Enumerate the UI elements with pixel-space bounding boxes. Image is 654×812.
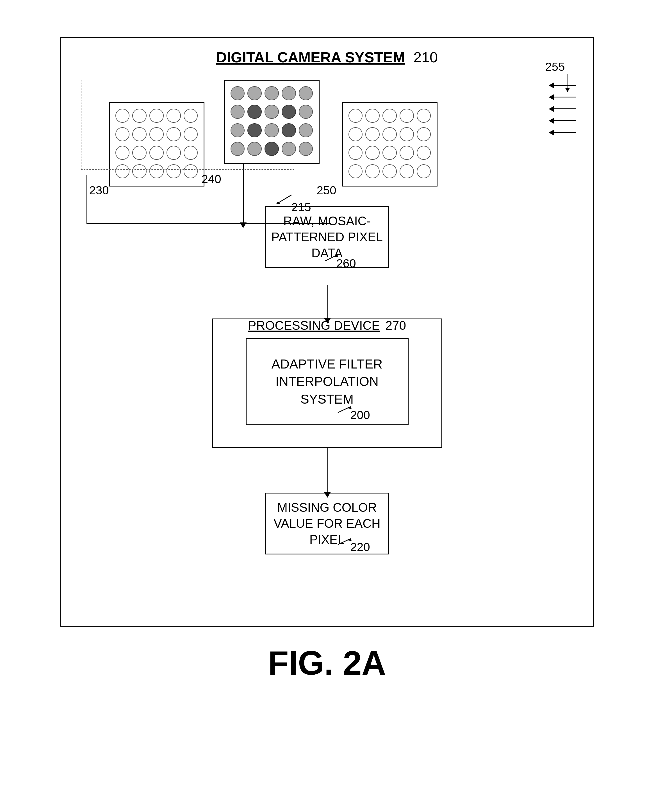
page: DIGITAL CAMERA SYSTEM 210 255 <box>18 20 636 792</box>
pixel-circle <box>382 146 397 160</box>
pixel-circle <box>348 127 363 142</box>
pixel-circle <box>183 146 198 160</box>
arrow-line-5 <box>554 132 576 133</box>
arrow-260 <box>324 254 338 262</box>
pixel-circle <box>183 109 198 123</box>
pixel-circle <box>231 142 245 156</box>
pixel-circle <box>264 123 279 138</box>
label-240: 240 <box>202 173 221 186</box>
pixel-circle <box>132 146 147 160</box>
arrow-row-2 <box>549 94 576 100</box>
pixel-circle <box>382 164 397 179</box>
pixel-circle <box>382 109 397 123</box>
svg-line-4 <box>338 407 350 413</box>
pixel-circle <box>365 127 380 142</box>
pixel-circle <box>299 123 313 138</box>
pixel-circle <box>400 164 414 179</box>
pixel-circle <box>115 127 130 142</box>
pixel-circle <box>115 164 130 179</box>
v-connector-raw-proc <box>327 285 328 318</box>
arrow-row-3 <box>549 106 576 112</box>
pixel-circle <box>248 142 262 156</box>
label-250: 250 <box>317 184 336 197</box>
pixel-circle <box>264 86 279 101</box>
arrow-row-5 <box>549 130 576 135</box>
pixel-circle <box>167 146 181 160</box>
arrow-head-1 <box>549 83 554 88</box>
pixel-circle <box>365 146 380 160</box>
pixel-circle <box>115 146 130 160</box>
label-260: 260 <box>336 257 356 270</box>
svg-line-6 <box>338 539 350 544</box>
arrow-row-4 <box>549 118 576 124</box>
pixel-circle <box>132 127 147 142</box>
pixel-circle <box>282 105 296 119</box>
pixel-circle <box>365 109 380 123</box>
pixel-circle <box>417 146 431 160</box>
arrow-line-4 <box>554 120 576 121</box>
label-255: 255 <box>545 60 565 73</box>
adaptive-filter-box: ADAPTIVE FILTERINTERPOLATIONSYSTEM <box>246 338 409 425</box>
pixel-circle <box>264 142 279 156</box>
svg-line-2 <box>325 255 336 261</box>
pixel-circle <box>348 146 363 160</box>
pixel-circle <box>365 164 380 179</box>
pixel-circle <box>115 109 130 123</box>
pixel-grid-230 <box>110 103 203 186</box>
adaptive-filter-text: ADAPTIVE FILTERINTERPOLATIONSYSTEM <box>272 355 382 408</box>
pixel-circle <box>231 123 245 138</box>
pixel-circle <box>167 127 181 142</box>
v-connector-240-raw <box>243 164 244 223</box>
pixel-circle <box>248 123 262 138</box>
label-230: 230 <box>89 184 109 197</box>
pixel-circle <box>348 109 363 123</box>
pixel-array-240 <box>224 80 319 164</box>
pixel-grid-250 <box>343 103 437 186</box>
pixel-grid-240 <box>225 81 319 163</box>
pixel-circle <box>167 109 181 123</box>
pixel-circle <box>150 146 164 160</box>
pixel-circle <box>183 127 198 142</box>
processing-device-label: PROCESSING DEVICE 270 <box>248 318 406 333</box>
pixel-circle <box>282 86 296 101</box>
pixel-circle <box>132 109 147 123</box>
arrow-head-2 <box>549 94 554 100</box>
pixel-circle <box>348 164 363 179</box>
svg-line-0 <box>277 195 292 203</box>
arrow-220 <box>336 538 352 546</box>
pixel-array-230 <box>109 102 205 187</box>
pixel-circle <box>417 164 431 179</box>
pixel-circle <box>150 127 164 142</box>
pixel-circle <box>167 164 181 179</box>
arrow-head-3 <box>549 106 554 112</box>
arrow-head-5 <box>549 130 554 135</box>
pixel-circle <box>248 105 262 119</box>
pixel-circle <box>231 105 245 119</box>
pixel-circle <box>264 105 279 119</box>
arrow-down-raw <box>240 222 246 228</box>
arrow-line-1 <box>554 85 576 86</box>
proc-title-num: 270 <box>385 318 406 333</box>
pixel-circle <box>299 86 313 101</box>
pixel-circle <box>248 86 262 101</box>
pixel-circle <box>132 164 147 179</box>
pixel-circle <box>382 127 397 142</box>
arrow-200 <box>336 405 352 414</box>
dcs-title: DIGITAL CAMERA SYSTEM <box>216 49 405 66</box>
pixel-circle <box>150 164 164 179</box>
label-200: 200 <box>350 408 370 422</box>
label-220: 220 <box>350 540 370 554</box>
pixel-circle <box>282 142 296 156</box>
l-connector-v1 <box>87 175 87 223</box>
pixel-circle <box>183 164 198 179</box>
arrow-215-svg <box>275 194 294 205</box>
arrow-head-4 <box>549 118 554 124</box>
arrow-line-3 <box>554 109 576 109</box>
pixel-circle <box>400 109 414 123</box>
pixel-circle <box>400 146 414 160</box>
figure-label: FIG. 2A <box>268 644 386 682</box>
pixel-circle <box>400 127 414 142</box>
pixel-circle <box>417 109 431 123</box>
arrow-row-1 <box>549 83 576 88</box>
pixel-circle <box>417 127 431 142</box>
